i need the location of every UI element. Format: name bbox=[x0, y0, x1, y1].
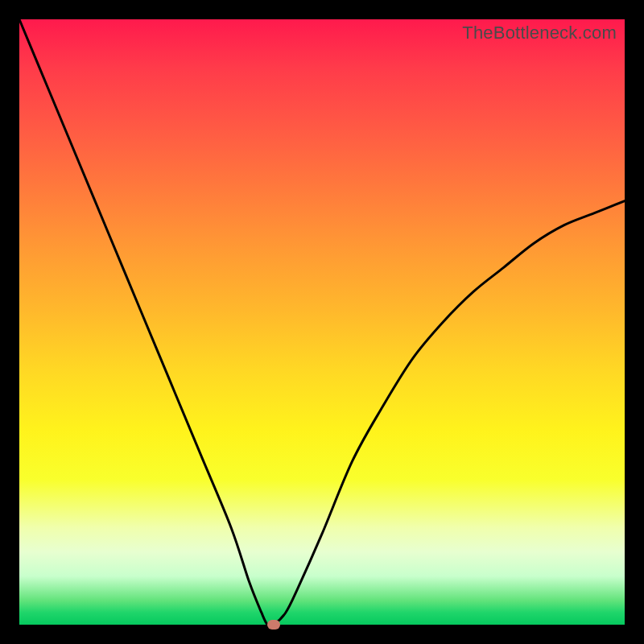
chart-frame: TheBottleneck.com bbox=[0, 0, 644, 644]
bottleneck-curve bbox=[19, 19, 625, 626]
plot-area: TheBottleneck.com bbox=[19, 19, 625, 625]
optimal-point-marker bbox=[267, 620, 280, 630]
curve-svg bbox=[19, 19, 625, 625]
